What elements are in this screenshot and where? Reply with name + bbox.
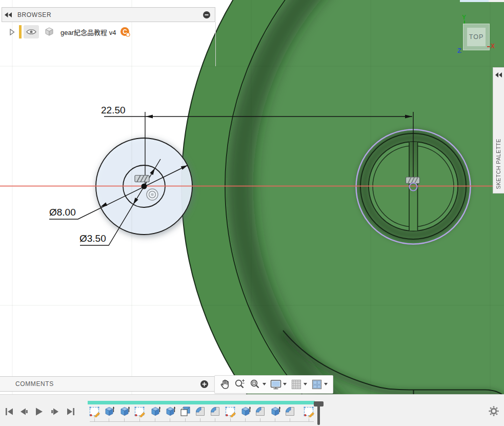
zoom-button[interactable]	[234, 378, 246, 391]
display-settings-button[interactable]	[270, 378, 287, 391]
top-gray-strip	[489, 0, 504, 2]
timeline-playhead[interactable]	[317, 406, 320, 425]
timeline-tick	[170, 418, 170, 421]
timeline-feature-fillet-icon[interactable]	[284, 405, 296, 417]
visibility-toggle[interactable]	[24, 25, 39, 38]
magnifier-zoom-icon	[234, 378, 246, 391]
dimension-linear-value[interactable]: 22.50	[101, 105, 126, 115]
component-name[interactable]: gear紀念品教程 v4	[61, 27, 116, 37]
sketch-center-point[interactable]	[142, 184, 147, 189]
active-item-indicator	[19, 25, 22, 38]
timeline-tick	[155, 418, 155, 421]
browser-panel-edge	[215, 22, 216, 66]
timeline-tick	[139, 418, 140, 421]
fusion360-window: 22.50 Ø8.00 Ø3.50 TOP Y X Z	[0, 0, 504, 426]
chevron-down-icon	[304, 383, 308, 386]
dimension-diameter-outer-value[interactable]: Ø8.00	[49, 207, 76, 218]
viewcube-axis-y-tick	[464, 21, 465, 24]
timeline-feature-box-icon[interactable]	[179, 405, 191, 417]
timeline-feature-fillet-icon[interactable]	[209, 405, 221, 417]
viewcube-axis-x-tick	[487, 46, 490, 47]
component-cube-icon	[44, 27, 54, 37]
eye-icon	[26, 28, 36, 35]
viewports-icon	[311, 378, 323, 391]
timeline-feature-extrude-icon[interactable]	[239, 405, 251, 417]
timeline-tick	[260, 418, 260, 421]
chevron-down-icon	[324, 383, 328, 386]
timeline-tick	[309, 418, 309, 421]
sketch-palette-collapsed[interactable]: SKETCH PALETTE	[493, 67, 504, 193]
timeline-tick	[200, 418, 200, 421]
magnifier-fit-icon	[249, 378, 261, 391]
plus-circle-icon[interactable]	[200, 380, 209, 389]
viewcube-face-top[interactable]: TOP	[467, 28, 486, 46]
expand-arrow-icon[interactable]	[10, 29, 15, 35]
timeline-bar	[0, 394, 504, 426]
viewcube[interactable]: TOP	[463, 24, 490, 50]
hand-icon	[218, 378, 231, 391]
pan-button[interactable]	[218, 378, 231, 391]
timeline-tick	[109, 418, 109, 421]
sketch-palette-title: SKETCH PALETTE	[495, 139, 501, 189]
timeline-feature-extrude-icon[interactable]	[118, 405, 130, 417]
constraint-grip-icon[interactable]	[135, 176, 149, 182]
timeline-feature-extrude-icon[interactable]	[149, 405, 161, 417]
browser-item-root-component[interactable]: gear紀念品教程 v4 C	[2, 24, 215, 40]
viewports-button[interactable]	[311, 378, 328, 391]
comments-panel[interactable]: COMMENTS	[0, 376, 216, 392]
monitor-icon	[270, 378, 282, 391]
chevrons-left-icon[interactable]	[495, 72, 502, 78]
timeline-track	[90, 421, 314, 422]
comments-title: COMMENTS	[15, 380, 200, 388]
timeline-tick	[185, 418, 186, 421]
timeline-feature-extrude-icon[interactable]	[103, 405, 115, 417]
timeline-group-highlight	[88, 401, 315, 404]
timeline-tick	[275, 418, 275, 421]
timeline-feature-sketch-icon[interactable]	[225, 405, 236, 417]
minus-circle-icon[interactable]	[203, 11, 211, 19]
dimension-diameter-inner-value[interactable]: Ø3.50	[79, 233, 106, 244]
viewcube-axis-x-label: X	[491, 43, 495, 50]
viewcube-axis-y-label: Y	[462, 14, 466, 21]
grid-and-snaps-button[interactable]	[290, 378, 308, 391]
timeline-feature-fillet-icon[interactable]	[254, 405, 266, 417]
origin-point-icon[interactable]	[147, 189, 158, 200]
timeline-feature-extrude-icon[interactable]	[164, 405, 176, 417]
timeline-tick	[290, 418, 290, 421]
model-canvas[interactable]: 22.50 Ø8.00 Ø3.50	[0, 0, 504, 394]
skip-to-end-button[interactable]	[65, 406, 76, 417]
step-forward-button[interactable]	[50, 406, 61, 417]
timeline-feature-sketch-icon[interactable]	[303, 405, 315, 417]
timeline-tick	[215, 418, 215, 421]
timeline-feature-sketch-icon[interactable]	[89, 405, 100, 417]
grid-icon	[290, 378, 303, 391]
step-back-button[interactable]	[18, 406, 29, 417]
chevron-down-icon	[283, 383, 287, 386]
fit-button[interactable]	[249, 378, 267, 391]
browser-panel-title: BROWSER	[17, 11, 203, 18]
timeline-tick	[230, 418, 231, 421]
top-accent-strip	[460, 0, 489, 2]
browser-panel-header: BROWSER	[2, 7, 215, 22]
chevron-down-icon	[263, 383, 267, 386]
timeline-tick	[124, 418, 125, 421]
timeline-tick	[245, 418, 246, 421]
viewcube-axis-z-label: Z	[457, 47, 461, 54]
navigation-toolbar	[214, 375, 333, 394]
timeline-tick	[94, 418, 95, 421]
gear-icon[interactable]	[488, 405, 499, 417]
skip-to-start-button[interactable]	[4, 406, 15, 417]
timeline-feature-extrude-icon[interactable]	[269, 405, 281, 417]
play-button[interactable]	[33, 406, 44, 417]
chevrons-left-icon[interactable]	[5, 12, 12, 17]
timeline-feature-fillet-icon[interactable]	[194, 405, 206, 417]
timeline-feature-sketch-icon[interactable]	[134, 405, 146, 417]
cloud-status-icon: C	[120, 27, 130, 37]
viewcube-face-label: TOP	[469, 33, 483, 41]
